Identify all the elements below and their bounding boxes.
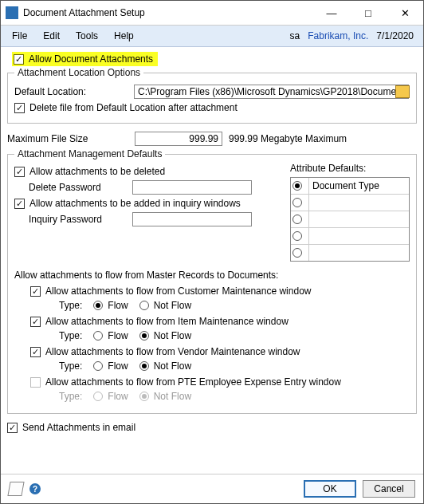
allow-document-attachments-checkbox[interactable]: ✓ (14, 54, 24, 65)
type-label: Type: (59, 391, 82, 402)
window-title: Document Attachment Setup (23, 7, 145, 18)
menu-file[interactable]: File (4, 29, 35, 43)
delete-password-input[interactable] (132, 180, 252, 195)
flow-customer-notflow-radio[interactable] (139, 301, 149, 310)
attribute-radio[interactable] (292, 198, 302, 207)
attribute-defaults-title: Attribute Defaults: (290, 163, 410, 174)
attachment-location-title: Attachment Location Options (14, 67, 143, 78)
attribute-row[interactable] (291, 244, 409, 261)
attribute-row[interactable]: Document Type (291, 178, 409, 194)
flow-item-label: Allow attachments to flow from Item Main… (45, 316, 289, 327)
attribute-radio[interactable] (292, 248, 302, 258)
note-icon[interactable] (7, 482, 24, 496)
attachment-management-title: Attachment Management Defaults (14, 148, 165, 159)
attribute-radio[interactable] (292, 181, 302, 191)
ok-button[interactable]: OK (304, 480, 356, 498)
allow-inquiry-label: Allow attachments to be added in inquiry… (29, 198, 241, 209)
flow-vendor-flow-radio[interactable] (93, 361, 103, 371)
flow-pte-flow-radio (93, 392, 103, 401)
help-icon[interactable]: ? (29, 483, 41, 494)
delete-password-label: Delete Password (29, 182, 132, 193)
menu-help[interactable]: Help (106, 29, 142, 43)
flow-header: Allow attachments to flow from Master Re… (14, 270, 410, 281)
flow-vendor-label: Allow attachments to flow from Vendor Ma… (45, 346, 300, 357)
attribute-label (309, 195, 409, 211)
attribute-defaults-grid: Document Type (290, 177, 410, 262)
flow-pte-label: Allow attachments to flow from PTE Emplo… (45, 376, 341, 388)
cancel-button[interactable]: Cancel (363, 480, 415, 498)
flow-pte-notflow-radio (139, 392, 149, 401)
allow-delete-checkbox[interactable]: ✓ (14, 167, 25, 177)
attribute-row[interactable] (291, 194, 409, 211)
max-file-size-input[interactable] (135, 132, 222, 146)
current-user: sa (290, 30, 300, 41)
attribute-label (309, 211, 409, 227)
footer-bar: ? OK Cancel (1, 474, 423, 503)
attribute-radio[interactable] (292, 215, 302, 224)
maximize-button[interactable]: □ (350, 1, 387, 25)
title-bar: Document Attachment Setup — □ ✕ (1, 1, 423, 26)
flow-item-checkbox[interactable]: ✓ (30, 317, 41, 327)
flow-vendor-checkbox[interactable]: ✓ (30, 347, 41, 357)
delete-after-attachment-checkbox[interactable]: ✓ (14, 103, 25, 113)
flow-vendor-notflow-radio[interactable] (139, 361, 149, 371)
app-icon (6, 6, 18, 19)
flow-item-notflow-radio[interactable] (139, 331, 149, 341)
close-button[interactable]: ✕ (387, 1, 423, 25)
attribute-radio[interactable] (292, 231, 302, 241)
inquiry-password-label: Inquiry Password (29, 214, 132, 225)
allow-document-attachments-label: Allow Document Attachments (29, 53, 153, 65)
delete-after-attachment-label: Delete file from Default Location after … (29, 102, 238, 113)
current-date[interactable]: 7/1/2020 (376, 30, 414, 41)
max-file-size-suffix: 999.99 Megabyte Maximum (229, 133, 347, 144)
type-label: Type: (59, 300, 82, 311)
attachment-location-group: Attachment Location Options Default Loca… (7, 73, 417, 124)
allow-inquiry-checkbox[interactable]: ✓ (14, 199, 25, 209)
type-label: Type: (59, 360, 82, 372)
menu-edit[interactable]: Edit (35, 29, 68, 43)
attribute-label (309, 228, 409, 244)
inquiry-password-input[interactable] (132, 212, 252, 226)
default-location-input[interactable] (134, 85, 409, 99)
menu-tools[interactable]: Tools (68, 29, 106, 43)
browse-folder-icon[interactable] (395, 85, 410, 98)
flow-item-flow-radio[interactable] (93, 331, 103, 341)
attribute-label: Document Type (309, 178, 409, 194)
attachment-management-group: Attachment Management Defaults ✓ Allow a… (7, 154, 417, 414)
flow-customer-label: Allow attachments to flow from Customer … (45, 285, 311, 297)
flow-pte-checkbox[interactable] (30, 377, 41, 388)
allow-delete-label: Allow attachments to be deleted (29, 166, 165, 177)
minimize-button[interactable]: — (313, 1, 350, 25)
menu-bar: File Edit Tools Help sa Fabrikam, Inc. 7… (1, 26, 423, 47)
attribute-row[interactable] (291, 227, 409, 244)
attribute-label (309, 245, 409, 261)
current-company[interactable]: Fabrikam, Inc. (308, 30, 368, 41)
send-email-checkbox[interactable]: ✓ (7, 423, 18, 433)
flow-customer-checkbox[interactable]: ✓ (30, 286, 41, 297)
send-email-label: Send Attachments in email (22, 422, 135, 433)
type-label: Type: (59, 330, 82, 341)
attribute-row[interactable] (291, 211, 409, 227)
default-location-label: Default Location: (14, 86, 134, 97)
flow-customer-flow-radio[interactable] (93, 301, 103, 310)
max-file-size-label: Maximum File Size (7, 133, 135, 144)
